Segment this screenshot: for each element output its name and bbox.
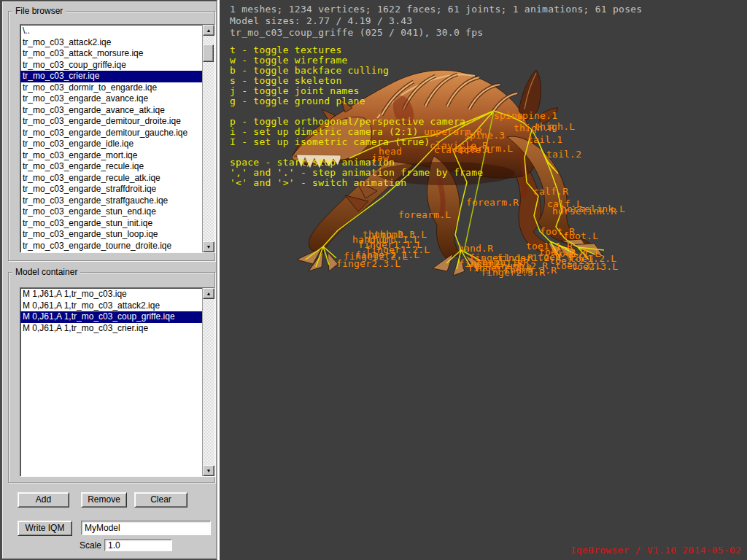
model-name-input[interactable] <box>81 521 211 535</box>
list-item[interactable]: tr_mo_c03_engarde_recule_atk.iqe <box>20 173 202 184</box>
list-item[interactable]: tr_mo_c03_engarde_avance.iqe <box>20 93 202 105</box>
iqe-browser-window: File browser \..tr_mo_c03_attack2.iqetr_… <box>0 0 747 560</box>
list-item[interactable]: tr_mo_c03_attack_morsure.iqe <box>20 48 202 60</box>
scroll-up-icon[interactable]: ▲ <box>203 288 214 299</box>
list-item[interactable]: tr_mo_c03_engarde_idle.iqe <box>20 139 202 150</box>
scroll-up-icon[interactable]: ▲ <box>203 25 214 36</box>
scroll-down-icon[interactable]: ▼ <box>203 241 214 252</box>
joint-label: forearm.L <box>398 209 451 220</box>
joint-label: toe2.3.L <box>571 261 618 272</box>
joint-label: thigh.L <box>534 121 575 132</box>
write-iqm-button[interactable]: Write IQM <box>18 521 72 536</box>
joint-label-layer: spinespine.1thigh.Rthigh.Lspine.3upperar… <box>220 0 740 560</box>
list-item[interactable]: tr_mo_c03_engarde_straffdroit.iqe <box>20 184 202 195</box>
list-item[interactable]: tr_mo_c03_coup_griffe.iqe <box>20 60 202 71</box>
list-item[interactable]: tr_mo_c03_engarde_tourne_droite.iqe <box>20 241 202 252</box>
model-list-scrollbar[interactable]: ▲ ▼ <box>202 288 214 476</box>
list-item[interactable]: tr_mo_c03_engarde_stun_init.iqe <box>20 218 202 230</box>
list-item[interactable]: tr_mo_c03_dormir_to_engarde.iqe <box>20 82 202 94</box>
list-item[interactable]: \.. <box>20 26 202 37</box>
model-scene: spinespine.1thigh.Rthigh.Lspine.3upperar… <box>220 0 740 560</box>
file-browser-title: File browser <box>12 6 66 16</box>
list-item[interactable]: tr_mo_c03_engarde_avance_atk.iqe <box>20 105 202 117</box>
file-scrollbar-thumb[interactable] <box>203 44 214 62</box>
list-item[interactable]: tr_mo_c03_engarde_straffgauche.iqe <box>20 195 202 207</box>
model-container-title: Model container <box>12 267 80 277</box>
joint-label: upperarm.R <box>424 126 482 137</box>
list-item[interactable]: M 0,J61,A 1,tr_mo_c03_coup_griffe.iqe <box>20 311 202 323</box>
viewport-3d[interactable]: spinespine.1thigh.Rthigh.Lspine.3upperar… <box>220 0 747 560</box>
list-item[interactable]: M 0,J61,A 1,tr_mo_c03_crier.iqe <box>20 323 202 335</box>
joint-label: foot.L <box>563 230 598 241</box>
joint-label: jaw <box>371 152 389 163</box>
scale-input[interactable] <box>104 539 172 551</box>
list-item[interactable]: tr_mo_c03_engarde_stun_end.iqe <box>20 206 202 218</box>
list-item[interactable]: tr_mo_c03_attack2.iqe <box>20 37 202 49</box>
joint-label: horselink.R <box>552 206 616 217</box>
list-item[interactable]: tr_mo_c03_engarde_mort.iqe <box>20 150 202 162</box>
joint-label: spine.1 <box>516 110 557 121</box>
joint-label: calf.R <box>533 186 568 197</box>
list-item[interactable]: tr_mo_c03_engarde_stun_loop.iqe <box>20 229 202 241</box>
list-item[interactable]: tr_mo_c03_engarde_demitour_droite.iqe <box>20 116 202 128</box>
model-list[interactable]: M 1,J61,A 1,tr_mo_c03.iqeM 0,J61,A 1,tr_… <box>20 287 215 477</box>
list-item[interactable]: tr_mo_c03_engarde_recule.iqe <box>20 161 202 173</box>
joint-label: tail.2 <box>546 149 581 160</box>
file-list-scrollbar[interactable]: ▲ ▼ <box>202 25 214 252</box>
model-scrollbar-track[interactable] <box>203 299 214 465</box>
list-item[interactable]: M 1,J61,A 1,tr_mo_c03.iqe <box>20 289 202 300</box>
list-item[interactable]: tr_mo_c03_engarde_demitour_gauche.iqe <box>20 128 202 139</box>
joint-label: finger2.3.L <box>336 258 400 269</box>
file-scrollbar-track[interactable] <box>203 36 214 241</box>
model-container-group: Model container M 1,J61,A 1,tr_mo_c03.iq… <box>8 272 215 483</box>
control-panel: File browser \..tr_mo_c03_attack2.iqetr_… <box>0 0 217 560</box>
file-list[interactable]: \..tr_mo_c03_attack2.iqetr_mo_c03_attack… <box>20 24 215 253</box>
scroll-down-icon[interactable]: ▼ <box>203 465 214 476</box>
remove-button[interactable]: Remove <box>81 492 127 508</box>
joint-label: finger2.3.R <box>481 267 545 278</box>
file-browser-group: File browser \..tr_mo_c03_attack2.iqetr_… <box>8 11 215 261</box>
joint-label: tail.1 <box>527 134 562 145</box>
clear-button[interactable]: Clear <box>134 492 187 508</box>
joint-label: forearm.R <box>466 197 519 208</box>
scale-label: Scale <box>80 540 101 551</box>
list-item[interactable]: tr_mo_c03_crier.iqe <box>20 71 202 82</box>
add-button[interactable]: Add <box>18 492 69 508</box>
list-item[interactable]: M 0,J61,A 1,tr_mo_c03_attack2.iqe <box>20 300 202 312</box>
joint-label: upperarm.L <box>454 143 513 154</box>
